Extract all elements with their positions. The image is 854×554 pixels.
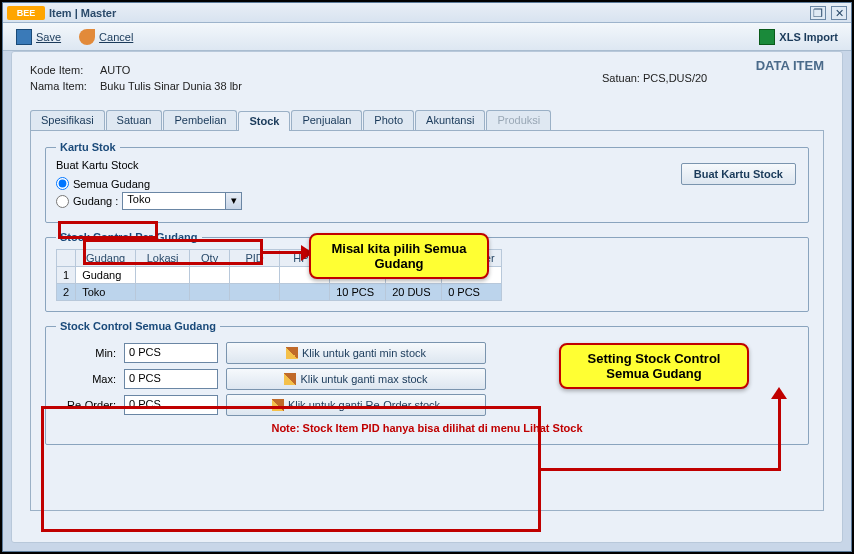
stock-control-semua-gudang-legend: Stock Control Semua Gudang bbox=[56, 320, 220, 332]
window-title: Item | Master bbox=[49, 7, 808, 19]
gudang-combo-value: Toko bbox=[123, 192, 154, 206]
satuan-value: PCS,DUS/20 bbox=[643, 72, 707, 84]
annotation-arrow bbox=[541, 468, 781, 471]
gudang-combo[interactable]: Toko ▾ bbox=[122, 192, 242, 210]
data-item-heading: DATA ITEM bbox=[756, 58, 824, 73]
max-label: Max: bbox=[56, 373, 116, 385]
annotation-callout-2: Setting Stock Control Semua Gudang bbox=[559, 343, 749, 389]
col-lokasi: Lokasi bbox=[136, 250, 190, 267]
pencil-icon bbox=[272, 399, 284, 411]
kartu-stok-group: Kartu Stok Buat Kartu Stock Buat Kartu S… bbox=[45, 141, 809, 223]
col-qty: Qty bbox=[190, 250, 230, 267]
reorder-label: Re-Order: bbox=[56, 399, 116, 411]
minimize-restore-icon[interactable]: ❐ bbox=[810, 6, 826, 20]
max-input[interactable]: 0 PCS bbox=[124, 369, 218, 389]
pid-note: Note: Stock Item PID hanya bisa dilihat … bbox=[56, 422, 798, 434]
min-label: Min: bbox=[56, 347, 116, 359]
tabs: Spesifikasi Satuan Pembelian Stock Penju… bbox=[30, 110, 824, 131]
tab-spesifikasi[interactable]: Spesifikasi bbox=[30, 110, 105, 130]
tab-produksi: Produksi bbox=[486, 110, 551, 130]
radio-semua-gudang-label: Semua Gudang bbox=[73, 178, 150, 190]
app-logo-icon: BEE bbox=[7, 6, 45, 20]
change-max-button[interactable]: Klik untuk ganti max stock bbox=[226, 368, 486, 390]
tab-penjualan[interactable]: Penjualan bbox=[291, 110, 362, 130]
xls-icon bbox=[759, 29, 775, 45]
pencil-icon bbox=[286, 347, 298, 359]
change-min-button[interactable]: Klik untuk ganti min stock bbox=[226, 342, 486, 364]
buat-kartu-stock-button[interactable]: Buat Kartu Stock bbox=[681, 163, 796, 185]
annotation-arrowhead bbox=[771, 387, 787, 399]
tab-stock[interactable]: Stock bbox=[238, 111, 290, 131]
window-buttons: ❐ ✕ bbox=[808, 6, 847, 20]
kartu-stok-legend: Kartu Stok bbox=[56, 141, 120, 153]
pencil-icon bbox=[284, 373, 296, 385]
change-reorder-button[interactable]: Klik untuk ganti Re-Order stock bbox=[226, 394, 486, 416]
cancel-button[interactable]: Cancel bbox=[72, 26, 140, 48]
toolbar: Save Cancel XLS Import bbox=[3, 23, 851, 51]
nama-item-value: Buku Tulis Sinar Dunia 38 lbr bbox=[100, 80, 242, 92]
satuan-label: Satuan: bbox=[602, 72, 640, 84]
kode-item-value: AUTO bbox=[100, 64, 130, 76]
annotation-callout-1: Misal kita pilih Semua Gudang bbox=[309, 233, 489, 279]
tab-photo[interactable]: Photo bbox=[363, 110, 414, 130]
nama-item-label: Nama Item: bbox=[30, 80, 94, 92]
app-window: BEE Item | Master ❐ ✕ Save Cancel XLS Im… bbox=[2, 2, 852, 552]
tab-pembelian[interactable]: Pembelian bbox=[163, 110, 237, 130]
annotation-arrow bbox=[263, 251, 303, 254]
tab-satuan[interactable]: Satuan bbox=[106, 110, 163, 130]
radio-gudang[interactable] bbox=[56, 195, 69, 208]
reorder-input[interactable]: 0 PCS bbox=[124, 395, 218, 415]
cancel-icon bbox=[79, 29, 95, 45]
radio-gudang-label: Gudang : bbox=[73, 195, 118, 207]
tab-page-stock: Kartu Stok Buat Kartu Stock Buat Kartu S… bbox=[30, 131, 824, 511]
radio-semua-gudang[interactable] bbox=[56, 177, 69, 190]
table-row[interactable]: 2 Toko 10 PCS 20 DUS 0 PCS bbox=[57, 284, 502, 301]
save-icon bbox=[16, 29, 32, 45]
stock-control-per-gudang-legend: Stock Control Per Gudang bbox=[56, 231, 202, 243]
col-gudang: Gudang bbox=[76, 250, 136, 267]
min-input[interactable]: 0 PCS bbox=[124, 343, 218, 363]
close-icon[interactable]: ✕ bbox=[831, 6, 847, 20]
tab-akuntansi[interactable]: Akuntansi bbox=[415, 110, 485, 130]
chevron-down-icon: ▾ bbox=[225, 193, 241, 209]
titlebar: BEE Item | Master ❐ ✕ bbox=[3, 3, 851, 23]
save-button[interactable]: Save bbox=[9, 26, 68, 48]
kode-item-label: Kode Item: bbox=[30, 64, 94, 76]
annotation-arrow bbox=[778, 398, 781, 471]
xls-import-button[interactable]: XLS Import bbox=[752, 26, 845, 48]
